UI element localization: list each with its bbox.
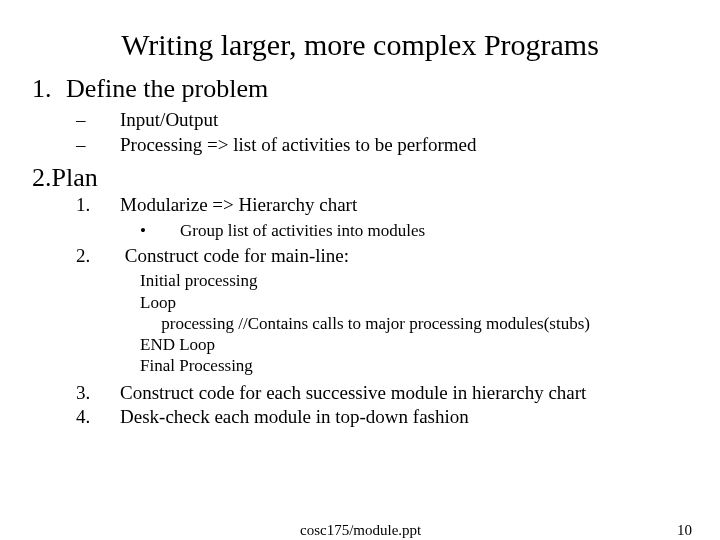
num-2: 2.: [32, 163, 52, 192]
text-construct-each: Construct code for each successive modul…: [120, 382, 586, 403]
bullet-icon: •: [140, 218, 180, 244]
footer-path: cosc175/module.ppt: [300, 522, 421, 539]
item-plan: 2.Plan: [32, 163, 696, 193]
plan-construct-each: 3.Construct code for each successive mod…: [76, 381, 696, 406]
footer-page-number: 10: [677, 522, 692, 539]
item-define: 1.Define the problem: [32, 74, 696, 104]
text-io: Input/Output: [120, 109, 218, 130]
text-processing: Processing => list of activities to be p…: [120, 134, 477, 155]
sub-io: –Input/Output: [76, 108, 696, 133]
text-group: Group list of activities into modules: [180, 221, 425, 240]
text-desk-check: Desk-check each module in top-down fashi…: [120, 406, 469, 427]
slide-title: Writing larger, more complex Programs: [0, 28, 720, 62]
text-modularize: Modularize => Hierarchy chart: [120, 194, 357, 215]
num-1: 1.: [32, 74, 66, 104]
text-construct-main: Construct code for main-line:: [120, 245, 349, 266]
num-p3: 3.: [76, 381, 120, 406]
plan-group: •Group list of activities into modules: [140, 218, 696, 244]
num-p4: 4.: [76, 405, 120, 430]
text-plan: Plan: [52, 163, 98, 192]
plan-construct-main: 2. Construct code for main-line:: [76, 244, 696, 269]
dash-icon: –: [76, 133, 120, 158]
plan-modularize: 1.Modularize => Hierarchy chart: [76, 193, 696, 218]
dash-icon: –: [76, 108, 120, 133]
sub-processing: –Processing => list of activities to be …: [76, 133, 696, 158]
text-define: Define the problem: [66, 74, 268, 103]
slide-body: 1.Define the problem –Input/Output –Proc…: [0, 74, 720, 430]
num-p1: 1.: [76, 193, 120, 218]
pseudocode-block: Initial processing Loop processing //Con…: [140, 270, 696, 376]
num-p2: 2.: [76, 244, 120, 269]
plan-desk-check: 4.Desk-check each module in top-down fas…: [76, 405, 696, 430]
